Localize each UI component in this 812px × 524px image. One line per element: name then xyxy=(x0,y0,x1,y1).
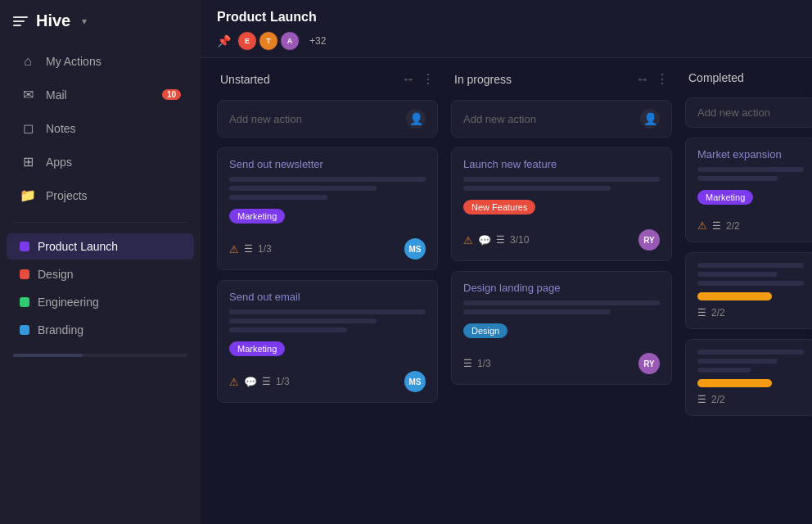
card-footer: ☰ 2/2 xyxy=(697,307,804,318)
card-line xyxy=(463,309,611,314)
card-footer-left: ⚠ 💬 ☰ 1/3 xyxy=(229,376,290,388)
column-header: In progress ↔ ⋮ xyxy=(451,71,672,87)
sidebar-item-apps[interactable]: ⊞ Apps xyxy=(7,146,194,178)
sidebar-item-branding[interactable]: Branding xyxy=(7,317,194,343)
card-avatar: MS xyxy=(404,238,426,260)
sidebar-nav: ⌂ My Actions ✉ Mail 10 ◻ Notes ⊞ Apps 📁 … xyxy=(0,42,201,215)
column-header: Completed xyxy=(685,71,812,84)
chat-icon: 💬 xyxy=(244,376,257,388)
sidebar-item-label: Projects xyxy=(46,189,181,202)
sidebar-item-design[interactable]: Design xyxy=(7,261,194,287)
expand-icon[interactable]: ↔ xyxy=(402,72,415,87)
card-footer: ☰ 2/2 xyxy=(697,394,804,405)
card-market-expansion[interactable]: Market expansion Marketing ⚠ ☰ 2/2 xyxy=(685,138,812,242)
card-launch-feature[interactable]: Launch new feature New Features ⚠ 💬 ☰ 3/… xyxy=(451,147,672,261)
checklist-icon: ☰ xyxy=(697,307,706,318)
task-count: 1/3 xyxy=(276,376,290,387)
card-line xyxy=(697,350,804,355)
checklist-icon: ☰ xyxy=(244,243,253,255)
avatar: E xyxy=(237,31,257,51)
project-label: Branding xyxy=(38,323,83,337)
sidebar-item-my-actions[interactable]: ⌂ My Actions xyxy=(7,46,194,77)
card-avatar: MS xyxy=(404,371,426,392)
pin-icon: 📌 xyxy=(217,34,231,47)
more-icon[interactable]: ⋮ xyxy=(422,71,435,87)
card-title: Design landing page xyxy=(463,282,660,294)
hamburger-icon xyxy=(13,16,28,26)
expand-icon[interactable]: ↔ xyxy=(636,72,649,87)
card-design-landing[interactable]: Design landing page Design ☰ 1/3 RY xyxy=(451,271,672,385)
card-title: Market expansion xyxy=(697,148,804,160)
card-line xyxy=(697,281,804,286)
column-title: Completed xyxy=(688,71,744,84)
card-tag: Design xyxy=(463,323,508,338)
card-footer-left: ⚠ 💬 ☰ 3/10 xyxy=(463,234,529,246)
card-line xyxy=(697,359,778,364)
card-line xyxy=(229,309,426,314)
column-actions: ↔ ⋮ xyxy=(402,71,435,87)
sidebar-item-engineering[interactable]: Engineering xyxy=(7,289,194,315)
add-action-label: Add new action xyxy=(697,106,770,119)
warning-icon: ⚠ xyxy=(229,243,239,255)
sidebar: Hive ▾ ⌂ My Actions ✉ Mail 10 ◻ Notes ⊞ … xyxy=(0,0,201,524)
card-line xyxy=(229,195,327,200)
add-action-button-in-progress[interactable]: Add new action 👤 xyxy=(451,100,672,138)
card-line xyxy=(229,186,377,191)
column-title: Unstarted xyxy=(220,73,270,86)
sidebar-item-mail[interactable]: ✉ Mail 10 xyxy=(7,79,194,111)
project-color-dot xyxy=(20,242,29,251)
checklist-icon: ☰ xyxy=(496,234,505,246)
sidebar-header[interactable]: Hive ▾ xyxy=(0,0,201,42)
column-header: Unstarted ↔ ⋮ xyxy=(217,71,438,87)
warning-icon: ⚠ xyxy=(229,376,239,388)
avatar: A xyxy=(280,31,300,51)
project-list: Product Launch Design Engineering Brandi… xyxy=(0,229,201,347)
add-action-label: Add new action xyxy=(463,113,536,125)
card-footer-left: ☰ 1/3 xyxy=(463,358,491,369)
checklist-icon: ☰ xyxy=(262,376,271,387)
card-footer-left: ⚠ ☰ 2/2 xyxy=(697,219,740,232)
home-icon: ⌂ xyxy=(20,54,36,69)
card-line xyxy=(697,368,751,373)
kanban-board: Unstarted ↔ ⋮ Add new action 👤 Send out … xyxy=(201,58,812,524)
card-footer-left: ☰ 2/2 xyxy=(697,307,725,318)
card-footer: ⚠ 💬 ☰ 3/10 RY xyxy=(463,229,660,251)
card-footer-left: ⚠ ☰ 1/3 xyxy=(229,243,272,255)
card-avatar: RY xyxy=(638,229,660,251)
app-title: Hive xyxy=(36,11,70,30)
task-count: 1/3 xyxy=(258,243,272,255)
card-send-email[interactable]: Send out email Marketing ⚠ 💬 ☰ 1/3 MS xyxy=(217,280,438,403)
checklist-icon: ☰ xyxy=(712,220,721,232)
notes-icon: ◻ xyxy=(20,120,36,136)
sidebar-item-product-launch[interactable]: Product Launch xyxy=(7,233,194,260)
sidebar-item-projects[interactable]: 📁 Projects xyxy=(7,179,194,211)
project-label: Design xyxy=(38,268,74,281)
card-tag: New Features xyxy=(463,200,535,215)
sidebar-item-label: My Actions xyxy=(46,55,181,68)
divider xyxy=(13,222,187,223)
more-icon[interactable]: ⋮ xyxy=(656,71,669,87)
task-count: 1/3 xyxy=(477,358,491,369)
card-completed-2[interactable]: ☰ 2/2 xyxy=(685,252,812,329)
sidebar-item-notes[interactable]: ◻ Notes xyxy=(7,112,194,144)
card-line xyxy=(229,177,426,182)
card-line xyxy=(697,167,804,172)
more-count: +32 xyxy=(309,35,326,47)
column-in-progress: In progress ↔ ⋮ Add new action 👤 Launch … xyxy=(451,71,672,511)
project-color-dot xyxy=(20,297,29,307)
add-action-button-completed[interactable]: Add new action xyxy=(685,97,812,128)
column-title: In progress xyxy=(454,73,512,86)
user-placeholder: 👤 xyxy=(640,109,660,129)
sidebar-item-label: Mail xyxy=(46,88,152,102)
mail-badge: 10 xyxy=(162,89,181,100)
card-send-newsletter[interactable]: Send out newsletter Marketing ⚠ ☰ 1/3 MS xyxy=(217,147,438,270)
sidebar-item-label: Notes xyxy=(46,122,181,135)
card-completed-3[interactable]: ☰ 2/2 xyxy=(685,339,812,416)
progress-bar xyxy=(697,379,772,387)
add-action-button-unstarted[interactable]: Add new action 👤 xyxy=(217,100,438,138)
mail-icon: ✉ xyxy=(20,87,36,102)
checklist-icon: ☰ xyxy=(697,394,706,405)
sidebar-scrollbar[interactable] xyxy=(13,354,187,357)
column-unstarted: Unstarted ↔ ⋮ Add new action 👤 Send out … xyxy=(217,71,438,511)
card-avatar: RY xyxy=(638,353,660,374)
